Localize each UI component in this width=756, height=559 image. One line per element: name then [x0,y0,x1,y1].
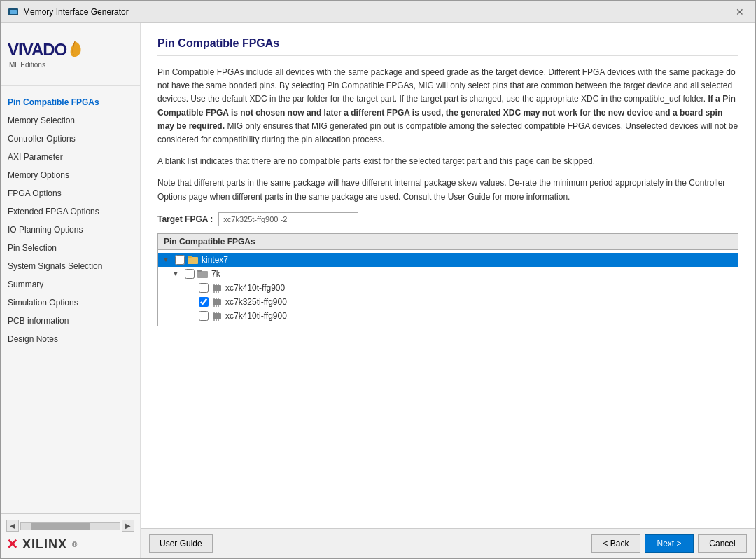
panel-content: Pin Compatible FPGAs Pin Compatible FPGA… [141,23,755,528]
title-bar-text: Memory Interface Generator [23,7,732,17]
app-icon [8,6,19,18]
checkbox-xc7k325ti[interactable] [199,297,209,307]
xc7k410ti-label: xc7k410ti-ffg900 [225,311,734,321]
xilinx-x-icon: ✕ [6,536,18,553]
tree-item-xc7k410ti[interactable]: ▼ [158,309,738,323]
svg-rect-6 [197,270,202,272]
close-button[interactable]: ✕ [732,5,748,19]
tree-item-xc7k410t[interactable]: ▼ [158,281,738,295]
checkbox-kintex7[interactable] [175,255,185,265]
chip-xc7k410t-icon [211,283,223,293]
ml-editions-text: ML Editions [8,61,133,69]
xilinx-logo: ✕ XILINX ® [6,536,134,553]
sidebar-item-io-planning-options[interactable]: IO Planning Options [1,221,140,239]
sidebar-item-design-notes[interactable]: Design Notes [1,330,140,348]
sidebar-item-simulation-options[interactable]: Simulation Options [1,294,140,312]
back-button[interactable]: < Back [592,534,640,553]
description-para-2: A blank list indicates that there are no… [158,155,738,168]
sidebar-item-memory-options[interactable]: Memory Options [1,166,140,184]
svg-rect-14 [213,299,221,305]
tree-item-xc7k325ti[interactable]: ▼ [158,295,738,309]
scroll-right-arrow[interactable]: ▶ [122,520,134,532]
main-content: VIVADO ML Editions Pin Compatible FPGAs … [1,23,755,558]
xilinx-text: XILINX [22,537,67,552]
title-bar: Memory Interface Generator ✕ [1,1,755,23]
fpga-list-header: Pin Compatible FPGAs [158,234,738,250]
folder-kintex7-icon [188,255,199,265]
sidebar-item-pin-selection[interactable]: Pin Selection [1,239,140,257]
vivado-text: VIVADO [8,40,66,60]
next-button[interactable]: Next > [645,534,694,553]
description-para-3: Note that different parts in the same pa… [158,177,738,203]
sidebar-item-system-signals[interactable]: System Signals Selection [1,257,140,275]
sidebar-item-controller-options[interactable]: Controller Options [1,130,140,148]
svg-rect-5 [197,271,208,278]
target-fpga-row: Target FPGA : [158,212,738,226]
kintex7-label: kintex7 [202,255,734,265]
vivado-leaf-icon [68,40,82,60]
chip-xc7k325ti-icon [211,297,223,307]
target-fpga-label: Target FPGA : [158,214,213,224]
chip-xc7k410ti-icon [211,311,223,321]
xilinx-r-mark: ® [72,541,77,548]
sidebar-item-memory-selection[interactable]: Memory Selection [1,111,140,130]
scroll-thumb [31,523,90,530]
target-fpga-input[interactable] [218,212,358,226]
fpga-list-section: Pin Compatible FPGAs ▼ [158,233,738,326]
sidebar-item-axi-parameter[interactable]: AXI Parameter [1,148,140,166]
sidebar-item-pin-compatible[interactable]: Pin Compatible FPGAs [1,93,140,111]
scroll-left-arrow[interactable]: ◀ [6,520,19,532]
bold-warning: If a Pin Compatible FPGA is not chosen n… [158,94,736,130]
bottom-bar: User Guide < Back Next > Cancel [141,528,755,558]
sidebar-logo: VIVADO ML Editions [1,23,140,86]
sidebar: VIVADO ML Editions Pin Compatible FPGAs … [1,23,141,558]
tree-item-kintex7[interactable]: ▼ kintex7 [158,253,738,267]
user-guide-button[interactable]: User Guide [149,534,213,553]
page-title: Pin Compatible FPGAs [158,37,738,56]
7k-label: 7k [211,269,734,279]
bottom-right-buttons: < Back Next > Cancel [592,534,747,553]
sidebar-item-pcb-information[interactable]: PCB information [1,312,140,330]
sidebar-item-fpga-options[interactable]: FPGA Options [1,184,140,202]
scroll-bar: ◀ ▶ [6,520,134,532]
description-para-1: Pin Compatible FPGAs include all devices… [158,66,738,146]
toggle-7k[interactable]: ▼ [172,270,182,277]
xc7k325ti-label: xc7k325ti-ffg900 [225,297,734,307]
vivado-logo: VIVADO [8,40,133,60]
fpga-tree: ▼ kintex7 [158,250,738,326]
sidebar-item-extended-fpga-options[interactable]: Extended FPGA Options [1,202,140,221]
scroll-track[interactable] [20,522,120,530]
cancel-button[interactable]: Cancel [698,534,747,553]
folder-7k-icon [197,269,209,279]
svg-rect-4 [188,256,192,258]
svg-rect-7 [213,285,221,291]
main-window: Memory Interface Generator ✕ VIVADO ML E… [0,0,756,559]
xc7k410t-label: xc7k410t-ffg900 [225,283,734,293]
checkbox-xc7k410ti[interactable] [199,311,209,321]
sidebar-item-summary[interactable]: Summary [1,275,140,294]
sidebar-nav: Pin Compatible FPGAs Memory Selection Co… [1,86,140,513]
right-panel: Pin Compatible FPGAs Pin Compatible FPGA… [141,23,755,558]
checkbox-xc7k410t[interactable] [199,283,209,293]
svg-rect-21 [213,313,221,319]
checkbox-7k[interactable] [185,269,195,279]
sidebar-bottom: ◀ ▶ ✕ XILINX ® [1,513,140,558]
svg-rect-1 [10,10,17,14]
tree-item-7k[interactable]: ▼ 7k [158,267,738,281]
toggle-kintex7[interactable]: ▼ [162,256,172,263]
